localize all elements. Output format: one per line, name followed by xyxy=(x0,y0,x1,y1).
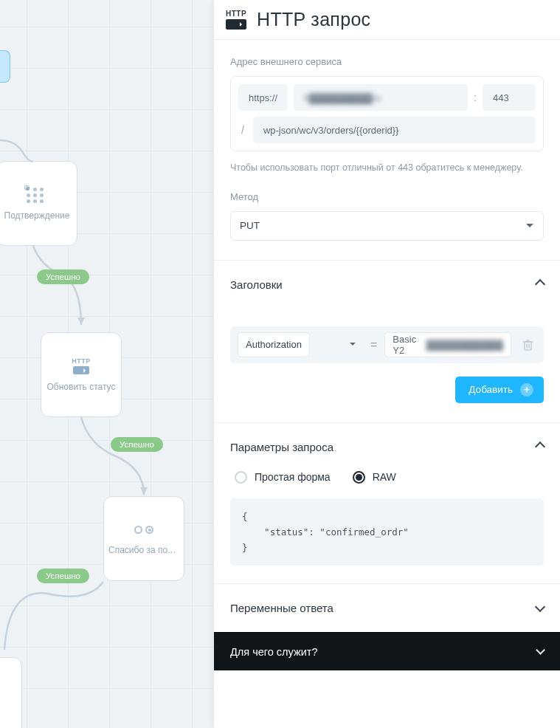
chevron-up-icon xyxy=(535,442,545,452)
flow-connector xyxy=(0,137,81,174)
header-row: Authorization = Basic Y2▓▓▓▓▓▓▓▓▓▓▓ xyxy=(230,326,544,363)
url-path-input[interactable] xyxy=(253,117,536,143)
accordion-response-vars[interactable]: Переменные ответа xyxy=(214,583,560,632)
accordion-title: Заголовки xyxy=(230,278,283,291)
chevron-up-icon xyxy=(535,279,545,289)
url-slash: / xyxy=(238,124,247,136)
section-address: Адрес внешнего сервиса https:// h▓▓▓▓▓▓▓… xyxy=(214,40,560,175)
accordion-title: Параметры запроса xyxy=(230,441,333,453)
radio-raw[interactable]: RAW xyxy=(353,471,396,484)
flow-node-label: Обновить статус xyxy=(41,382,121,392)
url-card: https:// h▓▓▓▓▓▓▓▓▓ru : / xyxy=(230,76,544,151)
grid-icon xyxy=(24,187,50,203)
accordion-title: Переменные ответа xyxy=(230,602,333,614)
flow-node-update-status[interactable]: HTTP Обновить статус xyxy=(41,332,122,417)
radio-simple-form[interactable]: Простая форма xyxy=(235,471,331,484)
voicemail-icon xyxy=(131,523,156,538)
url-colon: : xyxy=(474,92,477,103)
url-port-input[interactable] xyxy=(483,84,536,111)
panel-title: HTTP запрос xyxy=(257,9,370,30)
port-hint: Чтобы использовать порт отличный от 443 … xyxy=(230,162,544,175)
trash-icon[interactable] xyxy=(519,336,536,354)
plus-icon: + xyxy=(520,383,533,396)
chevron-down-icon xyxy=(536,645,545,655)
field-label-address: Адрес внешнего сервиса xyxy=(230,56,544,67)
chevron-down-icon xyxy=(535,602,545,612)
config-panel: HTTP HTTP запрос Адрес внешнего сервиса … xyxy=(214,0,560,728)
help-bar[interactable]: Для чего служит? xyxy=(214,632,560,670)
panel-header: HTTP HTTP запрос xyxy=(214,0,560,40)
flow-node-partial-selected[interactable] xyxy=(0,50,10,83)
header-value-input[interactable]: Basic Y2▓▓▓▓▓▓▓▓▓▓▓ xyxy=(384,332,511,357)
add-header-button[interactable]: Добавить + xyxy=(455,377,544,403)
field-label-method: Метод xyxy=(230,191,544,202)
raw-body-textarea[interactable]: { "status": "confirmed_ordr" } xyxy=(230,498,544,566)
url-host-input[interactable]: h▓▓▓▓▓▓▓▓▓ru xyxy=(294,84,468,111)
svg-marker-0 xyxy=(77,317,85,325)
flow-edge-badge-success: Успешно xyxy=(111,437,163,452)
flow-edge-badge-success: Успешно xyxy=(37,569,89,583)
help-title: Для чего служит? xyxy=(230,646,317,658)
http-icon: HTTP xyxy=(72,357,91,374)
panel-scroll[interactable]: Адрес внешнего сервиса https:// h▓▓▓▓▓▓▓… xyxy=(214,40,560,728)
section-method: Метод PUT xyxy=(214,175,560,260)
svg-rect-2 xyxy=(525,342,531,350)
params-mode-radiogroup: Простая форма RAW xyxy=(214,467,560,498)
http-icon: HTTP xyxy=(226,10,246,30)
method-select[interactable]: PUT xyxy=(230,211,544,241)
accordion-headers[interactable]: Заголовки xyxy=(214,260,560,304)
flow-node-label: Спасибо за подт… xyxy=(104,545,184,555)
flow-node-label: Подтверждение xyxy=(0,210,77,221)
flow-node-confirmation[interactable]: Подтверждение xyxy=(0,161,77,246)
flow-connector xyxy=(74,415,162,504)
flow-edge-badge-success: Успешно xyxy=(37,269,89,284)
flow-connector xyxy=(0,244,111,340)
flow-canvas[interactable]: Подтверждение Успешно HTTP Обновить стат… xyxy=(0,0,214,728)
header-key-select[interactable]: Authorization xyxy=(238,332,310,357)
url-scheme[interactable]: https:// xyxy=(238,84,288,111)
accordion-params[interactable]: Параметры запроса xyxy=(214,422,560,467)
equals-sign: = xyxy=(370,338,377,351)
svg-marker-1 xyxy=(140,487,148,495)
flow-node-partial[interactable] xyxy=(0,657,22,728)
